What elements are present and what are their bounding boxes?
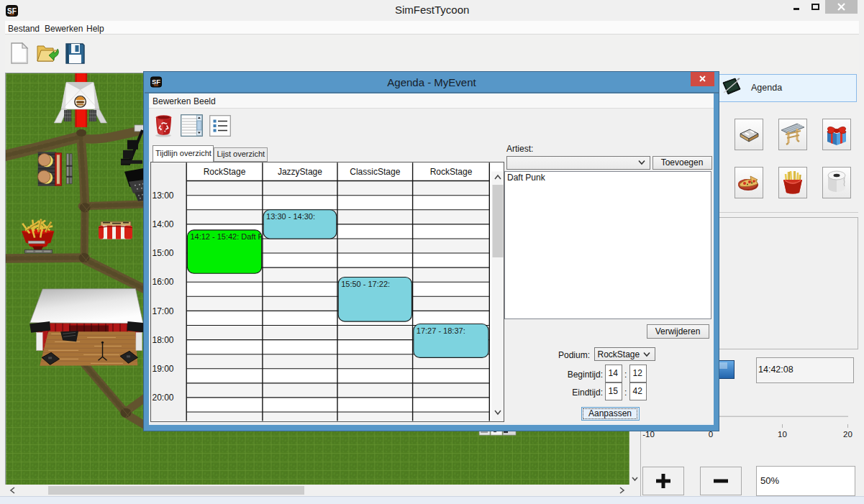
svg-text:SF: SF: [7, 7, 17, 15]
svg-text:SF: SF: [152, 78, 160, 86]
